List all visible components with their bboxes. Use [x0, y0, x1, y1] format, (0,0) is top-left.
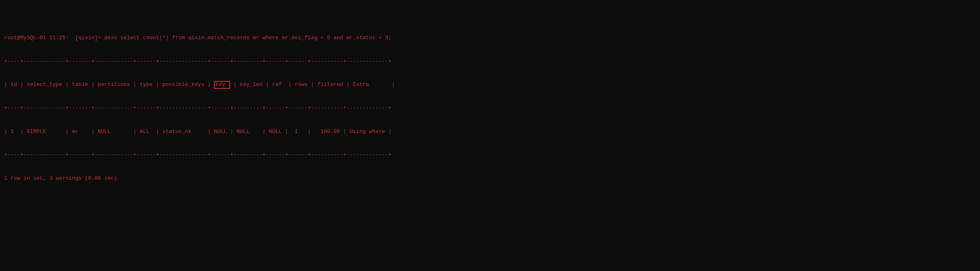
terminal-output: root@MySQL-01 11:25: [qixin]> desc selec… [4, 3, 976, 271]
sep1-2: +----+-------------+-------+------------… [4, 105, 976, 112]
prompt1: root@MySQL-01 11:25: [qixin]> desc selec… [4, 34, 976, 42]
footer1: 1 row in set, 3 warnings (0.06 sec) [4, 175, 976, 183]
blank-line1 [4, 223, 976, 231]
row1: | 1 | SIMPLE | mr | NULL | ALL | status_… [4, 128, 976, 136]
header-after-key: | key_len | ref | rows | filtered | Extr… [230, 81, 395, 88]
sep1-1: +----+-------------+-------+------------… [4, 58, 976, 66]
sep1-3: +----+-------------+-------+------------… [4, 151, 976, 159]
header1: | id | select_type | table | partitions … [4, 81, 976, 89]
block2: root@MySQL-01 11:26: [qixin]> alter tabl… [4, 254, 976, 271]
block1: root@MySQL-01 11:25: [qixin]> desc selec… [4, 19, 976, 198]
key-highlight: key [214, 81, 230, 88]
header-before-key: | id | select_type | table | partitions … [4, 81, 214, 88]
